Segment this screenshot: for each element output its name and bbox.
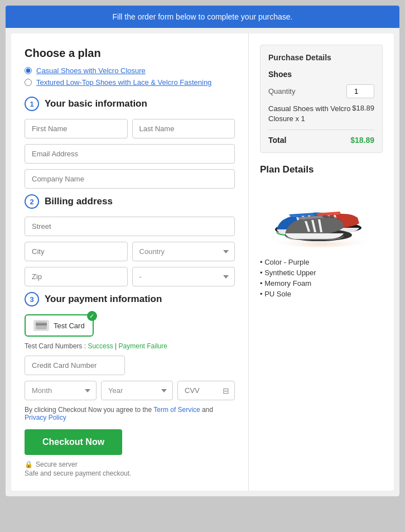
billing-header: 2 Billing address (25, 194, 235, 209)
last-name-input[interactable] (132, 119, 235, 138)
test-card-text: Test Card Numbers : (25, 342, 88, 350)
street-input[interactable] (25, 217, 235, 236)
plan-label-2: Textured Low-Top Shoes with Lace & Velcr… (36, 78, 211, 87)
name-row (25, 119, 235, 138)
plan-features-list: Color - Purple Synthetic Upper Memory Fo… (260, 258, 383, 298)
total-row: Total $18.89 (268, 136, 374, 145)
plan-details-title: Plan Details (260, 164, 383, 175)
terms-text: By clicking Checkout Now you agree to th… (25, 406, 235, 421)
country-select[interactable]: Country United States United Kingdom Can… (132, 242, 235, 261)
plan-radio-2[interactable] (25, 79, 32, 86)
cvv-wrapper: ⊟ (177, 381, 235, 400)
zip-state-row: - AL AK CA NY TX (25, 267, 235, 286)
test-card-numbers: Test Card Numbers : Success | Payment Fa… (25, 342, 235, 350)
basic-info-section: 1 Your basic information (25, 97, 235, 189)
product-row: Casual Shoes with Velcro Closure x 1 $18… (268, 104, 374, 130)
basic-info-header: 1 Your basic information (25, 97, 235, 111)
cc-number-row (25, 356, 235, 375)
choose-plan-title: Choose a plan (25, 47, 235, 60)
terms-middle: and (200, 406, 213, 414)
feature-2: Synthetic Upper (260, 269, 383, 277)
payment-section: 3 Your payment information Test Card ✓ T… (25, 292, 235, 400)
total-label: Total (268, 136, 286, 145)
banner-text: Fill the order form below to complete yo… (113, 12, 293, 21)
terms-before: By clicking Checkout Now you agree to th… (25, 406, 153, 414)
main-content: Choose a plan Casual Shoes with Velcro C… (11, 33, 394, 491)
year-select[interactable]: Year 2024 2025 2026 2027 2028 (101, 381, 173, 400)
quantity-row: Quantity (268, 84, 374, 98)
purchase-details-box: Purchase Details Shoes Quantity Casual S… (260, 45, 383, 153)
checkout-button[interactable]: Checkout Now (25, 429, 122, 455)
city-country-row: Country United States United Kingdom Can… (25, 242, 235, 261)
shoes-image (260, 183, 383, 250)
company-row (25, 169, 235, 189)
cvv-icon: ⊟ (223, 386, 229, 395)
left-panel: Choose a plan Casual Shoes with Velcro C… (11, 33, 249, 491)
card-icon (33, 320, 49, 331)
month-select[interactable]: Month 0102 0304 0506 0708 0910 1112 (25, 381, 97, 400)
privacy-link[interactable]: Privacy Policy (25, 414, 66, 421)
feature-1: Color - Purple (260, 258, 383, 266)
section-3-number: 3 (25, 292, 39, 306)
secure-server-row: 🔒 Secure server (25, 461, 235, 468)
card-label: Test Card (54, 322, 85, 330)
page-wrapper: Fill the order form below to complete yo… (6, 6, 399, 496)
section-2-number: 2 (25, 194, 39, 209)
svg-rect-1 (36, 323, 47, 325)
section-2-title: Billing address (45, 196, 113, 207)
choose-plan-section: Choose a plan Casual Shoes with Velcro C… (25, 47, 235, 87)
section-1-title: Your basic information (45, 98, 147, 109)
feature-4: PU Sole (260, 290, 383, 298)
plan-radio-group: Casual Shoes with Velcro Closure Texture… (25, 66, 235, 87)
cc-number-input[interactable] (25, 356, 125, 375)
first-name-input[interactable] (25, 119, 128, 138)
secure-text: Secure server (36, 461, 78, 468)
plan-option-1[interactable]: Casual Shoes with Velcro Closure (25, 66, 235, 75)
plan-label-1: Casual Shoes with Velcro Closure (36, 66, 146, 75)
top-banner: Fill the order form below to complete yo… (6, 6, 399, 28)
section-1-number: 1 (25, 97, 39, 111)
quantity-label: Quantity (268, 87, 295, 95)
product-name: Casual Shoes with Velcro Closure x 1 (268, 104, 352, 124)
tos-link[interactable]: Term of Service (153, 406, 200, 414)
plan-option-2[interactable]: Textured Low-Top Shoes with Lace & Velcr… (25, 78, 235, 87)
section-3-title: Your payment information (45, 294, 162, 305)
company-input[interactable] (25, 169, 235, 189)
total-amount: $18.89 (350, 136, 374, 145)
feature-3: Memory Foam (260, 279, 383, 287)
billing-address-section: 2 Billing address Country United States … (25, 194, 235, 286)
lock-icon: 🔒 (25, 461, 33, 468)
street-row (25, 217, 235, 236)
quantity-input[interactable] (346, 84, 374, 98)
safe-text: Safe and secure payment checkout. (25, 469, 235, 477)
test-card-option[interactable]: Test Card ✓ (25, 314, 94, 337)
zip-input[interactable] (25, 267, 128, 286)
city-input[interactable] (25, 242, 128, 261)
month-year-cvv-row: Month 0102 0304 0506 0708 0910 1112 Year… (25, 381, 235, 400)
failure-link[interactable]: Payment Failure (119, 342, 167, 350)
right-panel: Purchase Details Shoes Quantity Casual S… (249, 33, 394, 491)
product-category: Shoes (268, 70, 374, 79)
email-input[interactable] (25, 144, 235, 164)
product-price: $18.89 (352, 104, 374, 124)
card-check-badge: ✓ (87, 311, 97, 321)
email-row (25, 144, 235, 164)
success-link[interactable]: Success (88, 342, 113, 350)
state-select[interactable]: - AL AK CA NY TX (132, 267, 235, 286)
payment-header: 3 Your payment information (25, 292, 235, 306)
purchase-details-title: Purchase Details (268, 53, 374, 62)
plan-details-section: Plan Details (260, 164, 383, 298)
plan-radio-1[interactable] (25, 67, 32, 74)
